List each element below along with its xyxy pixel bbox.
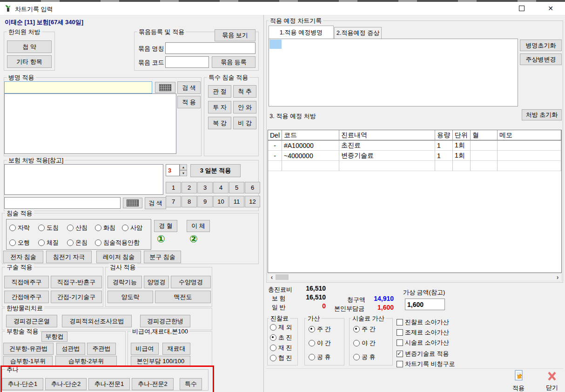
special-acup-tuja-button[interactable]: 투 자 [208, 101, 231, 113]
indirect-moxa-button[interactable]: 간접애주구 [4, 291, 49, 303]
radio-consult[interactable]: 협 진 [270, 354, 292, 362]
table-cell-empty[interactable] [268, 161, 282, 171]
radio-onchim[interactable]: 온침 [67, 239, 87, 247]
table-cell-del[interactable]: - [268, 140, 282, 151]
special-acup-spine-button[interactable]: 척 추 [233, 85, 256, 98]
special-acup-abdomen-button[interactable]: 복 강 [208, 117, 231, 129]
meridian-function-button[interactable]: 경락기능 [108, 276, 142, 288]
table-cell-empty[interactable] [339, 161, 435, 171]
close-dialog-button[interactable]: 닫기 [540, 371, 564, 392]
meridian-point-button[interactable]: 경 혈 [154, 220, 177, 232]
bungu-acupuncture-button[interactable]: 분구 침술 [144, 251, 181, 263]
close-button[interactable]: ✕ [540, 2, 561, 15]
radio-surcharge-night[interactable]: 야 간 [309, 339, 331, 347]
chuna-expert1-button[interactable]: 추나-전문1 [88, 378, 130, 390]
virtual-keyboard-button[interactable] [155, 82, 175, 93]
disease-search-button[interactable]: 검 색 [177, 81, 201, 94]
insurance-rx-list[interactable] [4, 164, 163, 195]
day-button-3[interactable]: 3 [197, 182, 213, 193]
table-cell-qty[interactable]: 1 [435, 140, 453, 151]
radio-sanchim[interactable]: 산침 [67, 224, 87, 232]
apply-button[interactable]: 적용 [506, 370, 531, 392]
checkbox-dispense-pediatric[interactable]: 조제료 소아가산 [397, 328, 449, 337]
day-button-4[interactable]: 4 [213, 182, 229, 193]
bundle-code-input[interactable] [165, 56, 209, 68]
bundle-register-button[interactable]: 묶음 등록 [212, 56, 256, 68]
table-cell-qty[interactable]: 1 [435, 151, 453, 161]
cupping-cup-button[interactable]: 부항컵 [41, 332, 67, 342]
tab-planned-symptom[interactable]: 2.적용예정 증상 [334, 27, 382, 39]
selected-cell-highlight[interactable] [269, 40, 282, 49]
wet-cupping-2-button[interactable]: 습부항-2부위 [55, 356, 117, 366]
tab-planned-disease[interactable]: 1.적용 예정병명 [269, 26, 334, 39]
special-acup-joint-button[interactable]: 관 절 [208, 85, 231, 98]
disease-search-input[interactable] [4, 81, 152, 93]
chuna-expert2-button[interactable]: 추나-전문2 [132, 378, 174, 390]
dry-cupping-button[interactable]: 건부항-유관법 [3, 343, 54, 355]
radio-dochim[interactable]: 도침 [38, 224, 59, 232]
day-button-10[interactable]: 10 [213, 196, 229, 207]
electro-acupuncture-button[interactable]: 전자 침술 [3, 251, 43, 263]
radio-saam[interactable]: 사암 [122, 224, 142, 232]
table-cell-memo[interactable] [498, 151, 561, 161]
scroll-right-icon[interactable]: › [554, 274, 561, 280]
bundle-name-input[interactable] [165, 42, 256, 54]
checkbox-pattern-fee-apply[interactable]: 변증기술료 적용 [397, 350, 449, 358]
radio-exclude[interactable]: 제 외 [270, 323, 292, 332]
day-button-8[interactable]: 8 [182, 196, 197, 207]
table-cell-empty[interactable] [453, 161, 471, 171]
direct-moxa-button[interactable]: 직접애주구 [4, 276, 49, 288]
ear-body-button[interactable]: 이 체 [187, 220, 210, 232]
yangdorak-button[interactable]: 양도락 [108, 291, 153, 303]
day-button-12[interactable]: 12 [245, 196, 260, 207]
radio-proc-holiday[interactable]: 공 휴 [353, 353, 376, 361]
needle-stimulator-button[interactable]: 침전기 자극 [46, 251, 92, 263]
infrared-therapy-button[interactable]: 경피적외선조사요법 [62, 315, 132, 327]
scrollbar-thumb[interactable] [276, 274, 289, 280]
cold-therapy-button[interactable]: 경피경근한냉 [140, 315, 190, 327]
chuna-simple1-button[interactable]: 추나-단순1 [2, 378, 43, 390]
disease-reset-button[interactable]: 병명초기화 [520, 40, 562, 51]
main-disease-change-button[interactable]: 주상병변경 [520, 53, 562, 65]
herbal-pack-button[interactable]: 첩 약 [7, 40, 52, 53]
day-button-7[interactable]: 7 [166, 196, 181, 207]
days-spin-value[interactable]: 3 [166, 164, 180, 176]
checkbox-no-claim-record[interactable]: 차트기록 비청구로 [397, 360, 455, 368]
retained-cupping-button[interactable]: 주관법 [87, 343, 116, 355]
maximize-button[interactable] [511, 2, 532, 15]
chuna-simple2-button[interactable]: 추나-단순2 [45, 378, 87, 390]
planned-disease-list[interactable] [269, 39, 518, 106]
bundle-view-button[interactable]: 묶음 보기 [215, 29, 256, 41]
wet-cupping-1-button[interactable]: 습부항-1부위 [3, 356, 53, 366]
day-button-6[interactable]: 6 [245, 182, 260, 193]
radio-proc-day[interactable]: 주 간 [353, 325, 376, 333]
checkbox-exam-pediatric[interactable]: 진찰료 소아가산 [397, 318, 449, 326]
chuna-special-button[interactable]: 특수 [180, 378, 202, 390]
table-cell-desc[interactable]: 초진료 [339, 140, 435, 151]
table-cell-desc[interactable]: 변증기술료 [339, 151, 435, 161]
days-apply-button[interactable]: 3 일분 적용 [190, 164, 241, 177]
direct-scar-moxa-button[interactable]: 직접구-반흔구 [51, 276, 102, 288]
table-horizontal-scrollbar[interactable]: ‹ › [268, 273, 562, 281]
insurance-keyboard-button[interactable] [123, 198, 142, 208]
flash-cupping-button[interactable]: 섬관법 [56, 343, 85, 355]
day-button-5[interactable]: 5 [229, 182, 244, 193]
day-button-2[interactable]: 2 [182, 182, 197, 193]
table-cell-empty[interactable] [498, 161, 561, 171]
radio-first-visit[interactable]: 초 진 [270, 333, 292, 342]
material-cost-button[interactable]: 재료대 [162, 343, 190, 355]
indirect-device-moxa-button[interactable]: 간접-기기술구 [51, 291, 102, 303]
day-button-1[interactable]: 1 [166, 182, 181, 193]
yangmyeong-button[interactable]: 양명경 [144, 276, 169, 288]
panel-splitter[interactable] [263, 15, 264, 392]
radio-chejil[interactable]: 체질 [38, 239, 59, 247]
insurance-rx-search-button[interactable]: 검 색 [145, 197, 166, 209]
disease-result-list[interactable] [4, 93, 176, 154]
day-button-9[interactable]: 9 [197, 196, 213, 207]
days-spin-down-button[interactable]: ▼ [180, 170, 187, 176]
special-acup-nasal-button[interactable]: 비 강 [233, 117, 256, 129]
radio-jarak[interactable]: 자락 [9, 224, 30, 232]
radio-no-acupuncture[interactable]: 침술적용안함 [95, 239, 140, 247]
radio-hwachim[interactable]: 화침 [95, 224, 115, 232]
scroll-left-icon[interactable]: ‹ [268, 274, 276, 280]
